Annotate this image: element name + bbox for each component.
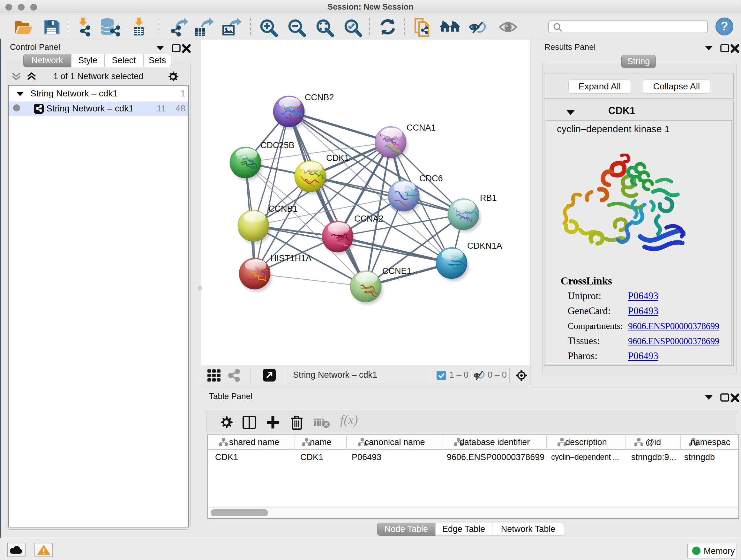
- svg-text:CDK1: CDK1: [326, 153, 349, 163]
- svg-text:CCNB2: CCNB2: [305, 92, 334, 102]
- svg-text:CDKN1A: CDKN1A: [467, 241, 502, 251]
- svg-text:CCNA1: CCNA1: [407, 123, 436, 132]
- svg-text:CDC25B: CDC25B: [260, 140, 294, 150]
- svg-text:?: ?: [721, 19, 728, 33]
- svg-text:CCNE1: CCNE1: [382, 266, 412, 276]
- svg-text:CCNA2: CCNA2: [354, 214, 384, 224]
- svg-text:CDC6: CDC6: [419, 174, 443, 183]
- svg-text:HIST1H1A: HIST1H1A: [270, 253, 312, 263]
- svg-text:RB1: RB1: [480, 193, 497, 203]
- svg-text:CCNB1: CCNB1: [268, 204, 298, 213]
